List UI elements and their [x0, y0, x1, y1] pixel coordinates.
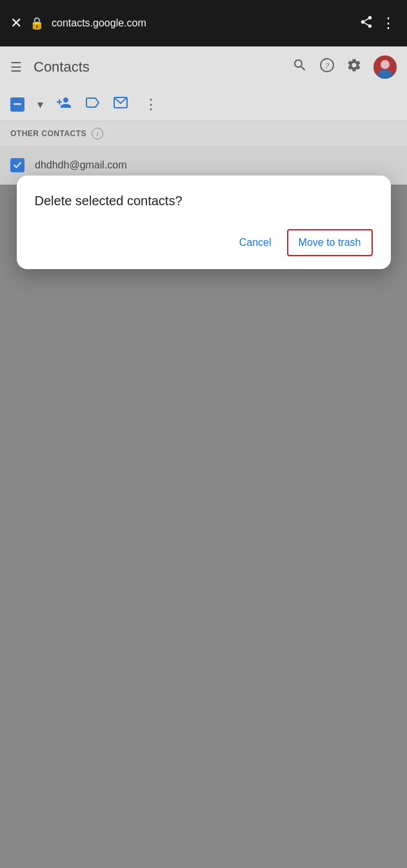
- cancel-button[interactable]: Cancel: [229, 230, 282, 255]
- browser-bar: ✕ 🔒 contacts.google.com ⋮: [0, 0, 407, 46]
- delete-dialog: Delete selected contacts? Cancel Move to…: [17, 176, 391, 269]
- dialog-actions: Cancel Move to trash: [35, 229, 373, 256]
- browser-url[interactable]: contacts.google.com: [52, 17, 352, 29]
- modal-backdrop: Delete selected contacts? Cancel Move to…: [0, 46, 407, 868]
- move-to-trash-button[interactable]: Move to trash: [287, 229, 373, 256]
- dialog-title: Delete selected contacts?: [35, 194, 373, 208]
- lock-icon: 🔒: [30, 16, 44, 30]
- browser-more-icon[interactable]: ⋮: [381, 15, 397, 32]
- app-overlay: ☰ Contacts ? ▾: [0, 46, 407, 868]
- browser-close-button[interactable]: ✕: [10, 15, 22, 32]
- share-icon[interactable]: [359, 15, 373, 32]
